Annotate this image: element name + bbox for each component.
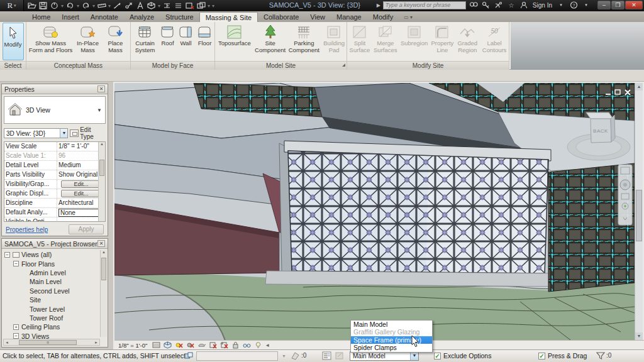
redo-button[interactable] [80,1,91,11]
property-row[interactable]: DisciplineArchitectural [4,199,105,208]
popup-item-main-model[interactable]: Main Model [351,321,432,328]
properties-header[interactable]: Properties ✕ [2,84,108,94]
chevron-down-icon[interactable]: ▾ [92,3,96,9]
tab-insert[interactable]: Insert [56,12,85,22]
tree-item-tower-level[interactable]: Tower Level [3,304,108,313]
tab-annotate[interactable]: Annotate [85,12,124,22]
panel-label-conceptual-mass[interactable]: Conceptual Mass [26,61,130,70]
temporary-hide-icon[interactable] [242,341,252,349]
search-expand-icon[interactable]: ▶ [377,3,380,8]
panel-label-model-by-face[interactable]: Model by Face [131,61,214,70]
tab-view[interactable]: View [304,12,331,22]
chevron-down-icon[interactable]: ▾ [556,1,566,9]
browser-vscrollbar[interactable]: ▲ [100,250,107,337]
building-pad-button[interactable]: Building Pad [321,22,347,61]
chevron-down-icon[interactable]: ▼ [97,107,105,113]
crop-view-icon[interactable] [208,341,218,349]
sign-in-link[interactable]: Sign In [531,2,553,9]
tab-manage[interactable]: Manage [331,12,367,22]
parking-component-button[interactable]: Parking Component [286,22,321,61]
merge-surfaces-button[interactable]: Merge Surfaces [372,22,399,61]
close-hidden-windows-button[interactable] [184,1,195,11]
tree-item-views-all[interactable]: −Views (all) [3,250,108,259]
tab-structure[interactable]: Structure [160,12,199,22]
close-icon[interactable]: ✕ [97,240,105,247]
none-value-field[interactable]: None [58,209,100,217]
switch-windows-button[interactable] [196,1,206,11]
restore-button[interactable]: ❐ [611,1,625,9]
ribbon-state-toggle[interactable]: ▭ ▾ [404,14,413,22]
panel-label-select[interactable]: Select [0,61,26,70]
text-button[interactable] [135,1,145,11]
save-button[interactable] [38,1,48,11]
instance-selector[interactable]: 3D View: {3D} ▼ [4,128,68,138]
modify-button[interactable]: Modify [3,23,24,60]
roof-by-face-button[interactable]: Roof [159,22,177,61]
property-row[interactable]: Visible In Opti... [4,217,105,222]
editable-only-icon[interactable] [291,351,300,361]
close-icon[interactable]: ✕ [97,85,105,92]
edit-graphics-button[interactable]: Edit... [61,190,101,197]
application-menu-button[interactable]: R ▾ [0,0,24,11]
close-button[interactable]: ✕ [625,1,643,9]
tree-item-main-level[interactable]: Main Level [3,277,108,286]
section-button[interactable] [162,1,172,11]
measure-button[interactable] [96,1,107,11]
search-input[interactable] [383,1,466,9]
communication-center-icon[interactable] [494,1,504,9]
in-place-mass-button[interactable]: In-Place Mass [74,22,103,61]
help-icon[interactable]: ? [569,1,579,9]
navigation-bar[interactable] [618,165,632,225]
tree-item-tower-roof[interactable]: Tower Roof [3,314,108,322]
open-button[interactable] [26,1,37,11]
curtain-system-button[interactable]: Curtain System [131,22,159,61]
reveal-hidden-icon[interactable] [253,341,263,349]
browser-hscrollbar[interactable]: ◄Ⅲ► [3,339,100,346]
project-browser-header[interactable]: SAMOCA_V5 - Project Browser ✕ [2,239,108,249]
thin-lines-button[interactable] [173,1,184,11]
toposurface-button[interactable]: Toposurface [215,22,254,61]
apply-button[interactable]: Apply [69,224,104,234]
collapse-arrow-icon[interactable]: ◄ [265,343,270,348]
label-contours-button[interactable]: 50 Label Contours [480,22,509,61]
tab-collaborate[interactable]: Collaborate [258,12,304,22]
property-row[interactable]: Detail LevelMedium [4,161,105,170]
detail-level-icon[interactable] [152,341,161,349]
chevron-down-icon[interactable]: ▼ [410,352,418,360]
collapse-icon[interactable]: − [13,333,19,339]
chevron-down-icon[interactable]: ▾ [581,1,591,9]
chevron-down-icon[interactable]: ▾ [76,3,80,9]
shadows-icon[interactable] [186,341,195,349]
tag-button[interactable] [123,1,134,11]
visual-style-icon[interactable] [163,341,172,349]
sun-path-icon[interactable] [174,341,184,349]
show-crop-icon[interactable] [219,341,229,349]
site-component-button[interactable]: Site Component [254,22,287,61]
design-options-dialog-icon[interactable] [322,351,332,361]
graded-region-button[interactable]: Graded Region [455,22,480,61]
tab-massing-site[interactable]: Massing & Site [199,12,258,22]
edit-visibility-button[interactable]: Edit... [61,180,101,188]
panel-label-modify-site[interactable]: Modify Site [347,61,509,70]
panel-label-model-site[interactable]: Model Site [215,61,347,70]
floor-by-face-button[interactable]: Floor [196,22,214,61]
collapse-icon[interactable]: − [13,261,19,266]
property-row[interactable]: View Scale1/8" = 1'-0" [4,142,105,151]
selection-filter-icon[interactable] [596,351,606,361]
type-selector[interactable]: 3D View ▼ [4,96,106,124]
active-design-option-combobox[interactable]: Main Model ▼ [350,351,419,361]
sync-with-central-button[interactable] [49,1,60,11]
expand-icon[interactable]: + [13,324,19,330]
tab-modify[interactable]: Modify [367,12,399,22]
split-surface-button[interactable]: Split Surface [347,22,372,61]
property-row[interactable]: Visibility/Grap...Edit... [4,180,105,189]
undo-button[interactable] [65,1,75,11]
search-icon[interactable] [469,1,479,9]
tree-item-ceiling-plans[interactable]: +Ceiling Plans [3,322,108,331]
place-mass-button[interactable]: Place Mass [103,22,129,61]
property-row[interactable]: Default Analy...None [4,208,105,217]
collapse-icon[interactable]: − [4,252,10,258]
property-row[interactable]: Graphic Displ...Edit... [4,189,105,199]
minimize-button[interactable]: – [597,1,611,9]
sign-in-icon[interactable] [519,1,529,9]
